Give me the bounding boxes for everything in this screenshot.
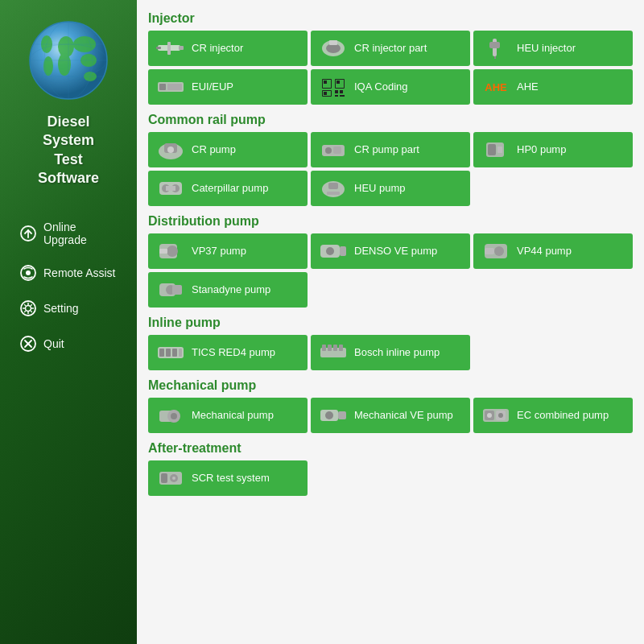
sidebar-label-remote-assist: Remote Assist bbox=[43, 266, 115, 279]
eui-eup-cell[interactable]: EUI/EUP bbox=[148, 69, 308, 105]
mechanical-ve-pump-cell[interactable]: Mechanical VE pump bbox=[311, 398, 470, 433]
ec-combined-pump-cell[interactable]: EC combined pump bbox=[473, 398, 633, 433]
heu-injector-label: HEU injector bbox=[517, 42, 576, 55]
iqa-coding-label: IQA Coding bbox=[354, 80, 408, 93]
eui-eup-icon bbox=[156, 74, 185, 100]
after-treatment-grid-row1: SCR test system bbox=[148, 460, 633, 496]
svg-rect-80 bbox=[166, 349, 171, 357]
heu-pump-cell[interactable]: HEU pump bbox=[311, 171, 470, 206]
bosch-inline-pump-cell[interactable]: Bosch inline pump bbox=[311, 335, 470, 370]
mechanical-pump-cell[interactable]: Mechanical pump bbox=[148, 398, 308, 433]
svg-rect-35 bbox=[159, 84, 166, 90]
cr-pump-part-icon bbox=[319, 137, 348, 163]
svg-rect-58 bbox=[497, 147, 502, 153]
cr-pump-part-cell[interactable]: CR pump part bbox=[311, 132, 470, 167]
svg-point-73 bbox=[494, 246, 504, 256]
sidebar-label-setting: Setting bbox=[43, 302, 79, 315]
tics-red4-pump-cell[interactable]: TICS RED4 pump bbox=[148, 335, 308, 370]
cr-pump-cell[interactable]: CR pump bbox=[148, 132, 308, 167]
cr-injector-label: CR injector bbox=[192, 42, 243, 55]
vp44-pump-label: VP44 pump bbox=[517, 245, 572, 258]
empty-cell-2 bbox=[311, 272, 470, 308]
scr-test-system-label: SCR test system bbox=[192, 472, 270, 485]
empty-cell-3 bbox=[473, 272, 633, 308]
svg-point-97 bbox=[487, 413, 492, 418]
stanadyne-pump-cell[interactable]: Stanadyne pump bbox=[148, 272, 308, 308]
svg-rect-45 bbox=[324, 92, 327, 95]
injector-grid-row1: CR injector CR injector part HEU injecto… bbox=[148, 31, 633, 66]
svg-rect-47 bbox=[340, 90, 343, 93]
svg-rect-70 bbox=[340, 246, 346, 256]
svg-rect-39 bbox=[324, 80, 327, 84]
empty-cell-1 bbox=[473, 171, 633, 206]
svg-rect-33 bbox=[494, 56, 496, 59]
vp44-pump-cell[interactable]: VP44 pump bbox=[473, 233, 633, 269]
eui-eup-label: EUI/EUP bbox=[192, 80, 233, 93]
tics-red4-pump-label: TICS RED4 pump bbox=[192, 346, 275, 359]
empty-cell-6 bbox=[473, 460, 633, 496]
hp0-pump-cell[interactable]: HP0 pump bbox=[473, 132, 633, 167]
section-title-distribution-pump: Distribution pump bbox=[148, 214, 633, 229]
svg-rect-65 bbox=[327, 192, 340, 195]
setting-icon bbox=[19, 299, 37, 317]
sidebar-item-quit[interactable]: Quit bbox=[5, 327, 132, 361]
cr-injector-cell[interactable]: CR injector bbox=[148, 31, 308, 66]
svg-point-20 bbox=[26, 305, 31, 311]
caterpillar-pump-cell[interactable]: Caterpillar pump bbox=[148, 171, 308, 206]
mechanical-pump-label: Mechanical pump bbox=[192, 409, 274, 422]
ahe-cell[interactable]: AHE AHE bbox=[473, 69, 633, 105]
svg-point-3 bbox=[58, 53, 71, 76]
cr-injector-part-cell[interactable]: CR injector part bbox=[311, 31, 470, 66]
svg-rect-25 bbox=[179, 46, 184, 50]
sidebar: DieselSystemTestSoftware Online Upgrade … bbox=[0, 0, 137, 644]
vp37-pump-icon bbox=[156, 238, 185, 264]
sidebar-item-online-upgrade[interactable]: Online Upgrade bbox=[5, 213, 132, 254]
inline-pump-grid-row1: TICS RED4 pump Bosch inline pump bbox=[148, 335, 633, 370]
heu-injector-cell[interactable]: HEU injector bbox=[473, 31, 633, 66]
iqa-coding-icon bbox=[319, 74, 348, 100]
svg-rect-74 bbox=[485, 248, 494, 254]
cr-injector-part-label: CR injector part bbox=[354, 42, 427, 55]
svg-rect-77 bbox=[172, 285, 182, 295]
sidebar-item-remote-assist[interactable]: Remote Assist bbox=[5, 256, 132, 290]
cr-injector-part-icon bbox=[319, 35, 348, 61]
svg-rect-64 bbox=[328, 183, 338, 189]
heu-injector-icon bbox=[481, 35, 510, 61]
svg-rect-86 bbox=[333, 345, 337, 351]
iqa-coding-cell[interactable]: IQA Coding bbox=[311, 69, 470, 105]
mechanical-pump-grid-row1: Mechanical pump Mechanical VE pump EC co… bbox=[148, 398, 633, 433]
distribution-pump-grid-row1: VP37 pump DENSO VE pump VP44 pump bbox=[148, 233, 633, 269]
denso-ve-pump-label: DENSO VE pump bbox=[354, 245, 437, 258]
injector-grid-row2: EUI/EUP bbox=[148, 69, 633, 105]
svg-point-102 bbox=[172, 477, 175, 480]
app-title: DieselSystemTestSoftware bbox=[38, 113, 99, 188]
cr-pump-icon bbox=[156, 137, 185, 163]
svg-rect-79 bbox=[159, 349, 164, 357]
sidebar-item-setting[interactable]: Setting bbox=[5, 291, 132, 325]
svg-rect-55 bbox=[333, 147, 341, 154]
svg-point-71 bbox=[326, 247, 334, 255]
svg-rect-27 bbox=[167, 42, 171, 55]
scr-test-system-cell[interactable]: SCR test system bbox=[148, 460, 308, 496]
bosch-inline-pump-label: Bosch inline pump bbox=[354, 346, 440, 359]
ec-combined-pump-icon bbox=[481, 402, 510, 428]
svg-rect-49 bbox=[340, 95, 345, 97]
upgrade-icon bbox=[19, 225, 37, 242]
scr-test-system-icon bbox=[156, 465, 185, 491]
svg-rect-48 bbox=[335, 95, 338, 97]
denso-ve-pump-cell[interactable]: DENSO VE pump bbox=[311, 233, 470, 269]
svg-rect-57 bbox=[488, 144, 496, 155]
svg-rect-42 bbox=[336, 80, 340, 84]
sidebar-label-quit: Quit bbox=[43, 337, 64, 350]
svg-point-93 bbox=[325, 411, 333, 419]
vp37-pump-cell[interactable]: VP37 pump bbox=[148, 233, 308, 269]
svg-point-52 bbox=[167, 147, 174, 153]
ahe-prefix-icon: AHE bbox=[481, 74, 510, 100]
cr-pump-part-label: CR pump part bbox=[354, 143, 419, 156]
svg-rect-30 bbox=[329, 40, 337, 45]
svg-rect-36 bbox=[167, 84, 182, 90]
section-title-after-treatment: After-treatment bbox=[148, 441, 633, 456]
svg-rect-85 bbox=[328, 345, 332, 351]
svg-rect-62 bbox=[166, 186, 175, 191]
svg-rect-46 bbox=[335, 90, 338, 93]
